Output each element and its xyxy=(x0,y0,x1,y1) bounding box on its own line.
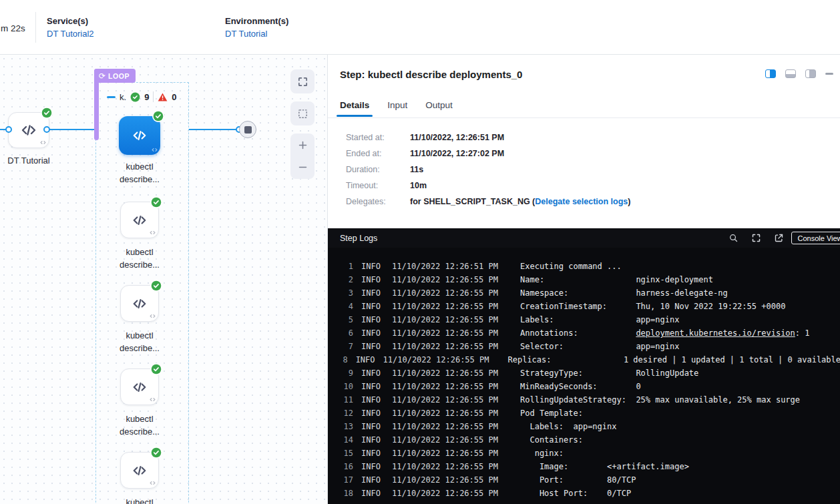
timeout-value: 10m xyxy=(410,181,427,190)
execution-duration: m 22s xyxy=(1,23,25,33)
log-level: INFO xyxy=(361,420,384,433)
log-text: Annotations: xyxy=(520,328,636,338)
success-badge-icon xyxy=(150,447,162,459)
log-timestamp: 11/10/2022 12:26:55 PM xyxy=(392,326,501,340)
code-icon xyxy=(21,122,37,138)
zoom-in-button[interactable] xyxy=(297,140,308,151)
loop-group-name: k. xyxy=(120,92,126,102)
log-line: 13INFO11/10/2022 12:26:55 PM Labels: app… xyxy=(328,420,840,433)
log-message: nginx: xyxy=(520,447,564,460)
log-line: 11INFO11/10/2022 12:26:55 PMRollingUpdat… xyxy=(328,393,840,407)
log-level: INFO xyxy=(361,407,384,420)
log-level: INFO xyxy=(361,286,384,300)
log-line-number: 13 xyxy=(335,420,353,433)
code-icon xyxy=(150,397,156,403)
code-icon xyxy=(132,463,147,478)
log-annotation-link[interactable]: deployment.kubernetes.io/revision xyxy=(636,328,795,338)
step-node-kubectl-describe[interactable] xyxy=(120,452,159,489)
log-message: Image: <+artifact.image> xyxy=(520,460,689,473)
log-line: 15INFO11/10/2022 12:26:55 PM nginx: xyxy=(328,447,840,460)
log-line-number: 11 xyxy=(335,393,353,407)
ended-at-label: Ended at: xyxy=(346,149,410,158)
step-node-kubectl-describe[interactable] xyxy=(120,368,159,405)
minimize-panel-icon[interactable] xyxy=(825,73,833,75)
tab-details[interactable]: Details xyxy=(340,100,369,110)
log-line: 8INFO11/10/2022 12:26:55 PMReplicas: 1 d… xyxy=(328,353,840,366)
step-node-kubectl-describe[interactable] xyxy=(120,285,159,322)
console-view-button[interactable]: Console View xyxy=(791,232,840,244)
log-message: Annotations: deployment.kubernetes.io/re… xyxy=(520,326,810,340)
pipeline-execution-view: m 22s Service(s) DT Tutorial2 Environmen… xyxy=(0,0,840,504)
panel-layout-controls xyxy=(765,69,833,78)
step-node-kubectl-describe[interactable] xyxy=(120,202,159,238)
open-external-icon[interactable] xyxy=(774,233,784,243)
code-icon xyxy=(150,480,156,486)
detail-row-delegates: Delegates: for SHELL_SCRIPT_TASK_NG (Del… xyxy=(346,197,630,213)
log-timestamp: 11/10/2022 12:26:55 PM xyxy=(392,300,501,313)
code-icon xyxy=(152,147,158,153)
detail-row-ended: Ended at: 11/10/2022, 12:27:02 PM xyxy=(346,149,630,165)
detail-row-duration: Duration: 11s xyxy=(346,165,630,181)
step-logs-title: Step Logs xyxy=(340,234,377,243)
edge-line xyxy=(47,129,95,130)
step-tabs: Details Input Output xyxy=(340,100,453,110)
log-line-number: 17 xyxy=(335,473,353,487)
delegates-label: Delegates: xyxy=(346,197,410,206)
log-level: INFO xyxy=(361,460,384,473)
tab-output[interactable]: Output xyxy=(425,100,453,110)
log-message: Labels: app=nginx xyxy=(520,313,679,326)
step-node-kubectl-describe[interactable] xyxy=(119,116,160,155)
log-message: MinReadySeconds: 0 xyxy=(520,380,641,393)
code-icon xyxy=(132,296,147,311)
step-logs-console[interactable]: 1INFO11/10/2022 12:26:51 PMExecuting com… xyxy=(328,248,840,504)
log-line-number: 12 xyxy=(335,407,353,420)
step-logs-header: Step Logs Console View xyxy=(328,228,840,248)
log-text: RollingUpdateStrategy: 25% max unavailab… xyxy=(520,395,800,405)
log-message: StrategyType: RollingUpdate xyxy=(520,366,698,380)
graph-fullscreen-button[interactable] xyxy=(290,69,314,93)
log-message: Name: nginx-deployment xyxy=(520,273,713,286)
search-icon[interactable] xyxy=(728,233,739,243)
log-line-number: 5 xyxy=(335,313,353,326)
log-level: INFO xyxy=(361,300,384,313)
layout-split-view-icon[interactable] xyxy=(765,69,776,78)
log-level: INFO xyxy=(361,313,384,326)
service-link[interactable]: DT Tutorial2 xyxy=(47,29,94,39)
layout-bottom-view-icon[interactable] xyxy=(785,69,796,78)
delegate-selection-logs-link[interactable]: Delegate selection logs xyxy=(535,197,628,206)
tab-input[interactable]: Input xyxy=(387,100,407,110)
detail-row-timeout: Timeout: 10m xyxy=(346,181,630,197)
log-level: INFO xyxy=(361,393,384,407)
ended-at-value: 11/10/2022, 12:27:02 PM xyxy=(410,149,504,158)
loop-badge[interactable]: ⟳ LOOP xyxy=(94,69,136,83)
step-node-label: kubectldescribe... xyxy=(98,496,181,504)
log-line: 5INFO11/10/2022 12:26:55 PMLabels: app=n… xyxy=(328,313,840,326)
graph-select-area-button[interactable] xyxy=(290,101,314,125)
success-badge-icon xyxy=(41,107,53,119)
pipeline-end-node[interactable] xyxy=(239,121,256,138)
step-panel-title: Step: kubectl describe deployments_0 xyxy=(340,69,522,80)
warning-icon xyxy=(158,93,168,101)
services-label: Service(s) xyxy=(47,16,88,26)
step-node-label: kubectldescribe... xyxy=(98,160,181,186)
log-text: nginx: xyxy=(520,449,564,458)
success-badge-icon xyxy=(152,110,164,122)
fullscreen-icon[interactable] xyxy=(751,233,761,243)
step-node-label: kubectldescribe... xyxy=(98,329,181,354)
environment-link[interactable]: DT Tutorial xyxy=(225,29,267,39)
log-level: INFO xyxy=(361,380,384,393)
log-level: INFO xyxy=(361,473,384,487)
layout-right-view-icon[interactable] xyxy=(805,69,816,78)
collapse-icon[interactable] xyxy=(107,96,116,98)
count-divider xyxy=(153,91,154,102)
pipeline-graph-canvas[interactable]: DT Tutorial ⟳ LOOP k. 9 0 kubectldescrib… xyxy=(0,55,327,504)
log-message: CreationTimestamp: Thu, 10 Nov 2022 19:2… xyxy=(520,300,785,313)
timeout-label: Timeout: xyxy=(346,181,410,190)
log-line-number: 18 xyxy=(335,487,353,500)
log-line: 9INFO11/10/2022 12:26:55 PMStrategyType:… xyxy=(328,366,840,380)
code-icon xyxy=(150,230,156,236)
delegates-value: for SHELL_SCRIPT_TASK_NG (Delegate selec… xyxy=(410,197,630,206)
zoom-out-button[interactable] xyxy=(297,162,308,173)
edge-line xyxy=(189,129,240,130)
log-text: Labels: app=nginx xyxy=(520,422,617,431)
